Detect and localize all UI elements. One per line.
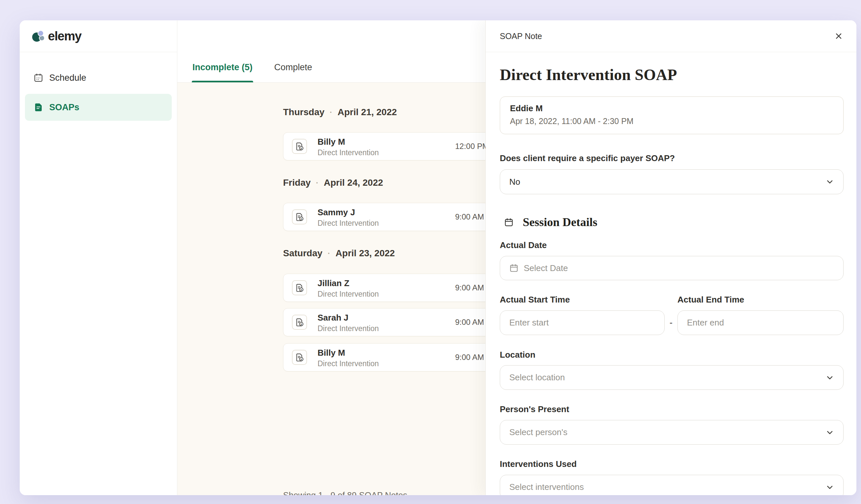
start-time-input[interactable] (509, 318, 655, 328)
persons-present-label: Person's Present (500, 404, 569, 415)
location-label: Location (500, 350, 535, 360)
client-session-datetime: Apr 18, 2022, 11:00 AM - 2:30 PM (510, 116, 833, 126)
svg-text:s: s (300, 147, 302, 150)
sidebar-item-schedule[interactable]: Schedule (25, 64, 172, 91)
section-title: Session Details (523, 215, 597, 229)
session-time: 9:00 AM - (455, 344, 489, 371)
persons-placeholder: Select person's (509, 427, 568, 437)
app-window: elemy Schedule (20, 20, 857, 495)
chevron-down-icon (825, 177, 835, 187)
client-name: Eddie M (510, 103, 833, 113)
end-time-field[interactable] (678, 310, 844, 335)
pagination-status: Showing 1 - 9 of 89 SOAP Notes (283, 490, 407, 495)
payer-soap-value: No (509, 177, 520, 187)
calendar-icon (33, 73, 43, 83)
day-label: Saturday (283, 248, 323, 258)
sidebar-item-label: SOAPs (49, 102, 80, 113)
date-label: April 23, 2022 (336, 248, 395, 258)
client-session-card: Eddie M Apr 18, 2022, 11:00 AM - 2:30 PM (500, 97, 844, 134)
tab-complete[interactable]: Complete (274, 62, 313, 82)
drawer-header: SOAP Note (486, 20, 857, 52)
session-time: 12:00 PM (455, 132, 489, 160)
date-label: April 21, 2022 (338, 107, 397, 117)
page-title: Direct Intervention SOAP (500, 66, 677, 84)
start-time-label: Actual Start Time (500, 295, 570, 305)
interventions-placeholder: Select interventions (509, 482, 584, 492)
service-type: Direct Intervention (317, 290, 379, 298)
interventions-select[interactable]: Select interventions (500, 475, 844, 495)
calendar-icon (504, 218, 514, 227)
client-name: Sarah J (317, 313, 348, 323)
location-select[interactable]: Select location (500, 365, 844, 390)
persons-present-select[interactable]: Select person's (500, 420, 844, 445)
date-label: April 24, 2022 (324, 178, 383, 188)
actual-date-label: Actual Date (500, 240, 547, 250)
day-label: Thursday (283, 107, 325, 117)
soap-note-drawer: SOAP Note Direct Intervention SOAP Eddie… (486, 20, 857, 495)
end-time-input[interactable] (687, 318, 834, 328)
soap-note-icon: s (292, 280, 307, 295)
interventions-label: Interventions Used (500, 459, 577, 469)
chevron-down-icon (825, 373, 835, 382)
dot-separator: · (330, 108, 332, 117)
actual-date-field[interactable] (500, 256, 844, 280)
time-range-separator: - (665, 310, 678, 335)
dot-separator: · (328, 249, 330, 258)
sidebar-item-label: Schedule (49, 73, 86, 83)
location-placeholder: Select location (509, 373, 565, 382)
day-label: Friday (283, 178, 311, 188)
session-time: 9:00 AM - (455, 308, 489, 336)
chevron-down-icon (825, 428, 835, 437)
svg-text:s: s (300, 323, 302, 326)
client-name: Billy M (317, 348, 345, 358)
drawer-title: SOAP Note (500, 31, 542, 41)
session-details-section: Session Details (504, 215, 597, 229)
sidebar-item-soaps[interactable]: SOAPs (25, 94, 172, 121)
end-time-label: Actual End Time (678, 295, 744, 305)
service-type: Direct Intervention (317, 148, 379, 157)
start-time-field[interactable] (500, 310, 665, 335)
client-name: Sammy J (317, 207, 355, 218)
session-time: 9:00 AM - (455, 203, 489, 231)
sidebar-nav: Schedule SOAPs (25, 64, 172, 121)
svg-text:s: s (300, 218, 302, 221)
sidebar: elemy Schedule (20, 20, 177, 495)
svg-text:s: s (300, 358, 302, 361)
tab-incomplete[interactable]: Incomplete (5) (192, 62, 253, 82)
tabs: Incomplete (5) Complete (192, 62, 313, 82)
service-type: Direct Intervention (317, 219, 379, 228)
payer-question-label: Does client require a specific payer SOA… (500, 153, 675, 164)
soap-note-icon: s (292, 209, 307, 224)
svg-text:s: s (300, 289, 302, 291)
actual-date-input[interactable] (524, 263, 834, 273)
client-name: Jillian Z (317, 278, 350, 289)
chevron-down-icon (825, 482, 835, 492)
calendar-icon (509, 264, 519, 273)
service-type: Direct Intervention (317, 359, 379, 368)
day-group-header: Friday · April 24, 2022 (283, 178, 383, 188)
soap-note-icon: s (292, 315, 307, 330)
payer-soap-select[interactable]: No (500, 169, 844, 194)
day-group-header: Thursday · April 21, 2022 (283, 107, 397, 117)
dot-separator: · (316, 178, 318, 187)
day-group-header: Saturday · April 23, 2022 (283, 248, 395, 258)
soap-note-icon: s (292, 139, 307, 154)
sidebar-header: elemy (20, 20, 177, 52)
close-icon[interactable] (831, 28, 847, 44)
document-icon (33, 102, 43, 112)
client-name: Billy M (317, 137, 345, 147)
session-time: 9:00 AM - (455, 274, 489, 302)
brand-wordmark: elemy (48, 29, 81, 43)
soap-note-icon: s (292, 350, 307, 365)
elemy-logo-icon (31, 29, 46, 44)
service-type: Direct Intervention (317, 324, 379, 333)
